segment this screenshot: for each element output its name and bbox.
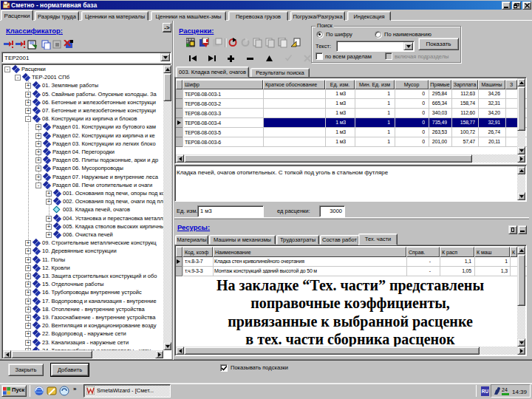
svg-text:24: 24 xyxy=(502,387,508,392)
